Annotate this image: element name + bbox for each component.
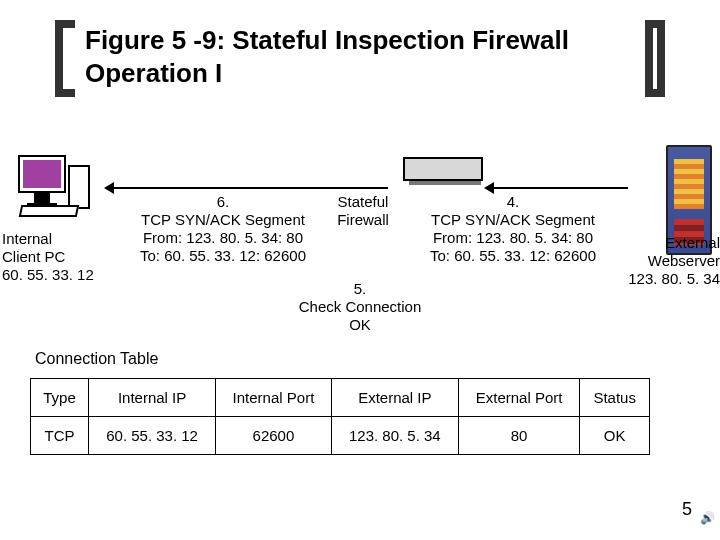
firewall-label: Stateful Firewall [323,193,403,229]
speaker-icon [700,508,714,522]
slide-title: Figure 5 -9: Stateful Inspection Firewal… [55,20,665,97]
col-type: Type [31,379,89,417]
seg6-l1: TCP SYN/ACK Segment [123,211,323,229]
seg4-l3: To: 60. 55. 33. 12: 62600 [408,247,618,265]
seg6-num: 6. [123,193,323,211]
seg6-l2: From: 123. 80. 5. 34: 80 [123,229,323,247]
col-external-port: External Port [458,379,579,417]
step-5-label: 5. Check Connection OK [0,280,720,334]
bracket-left-icon [55,20,75,97]
seg6-l3: To: 60. 55. 33. 12: 62600 [123,247,323,265]
arrow-left-icon [488,187,628,189]
connection-table: Type Internal IP Internal Port External … [30,378,650,455]
seg4-l2: From: 123. 80. 5. 34: 80 [408,229,618,247]
connection-table-label: Connection Table [35,350,158,368]
client-pc-icon [18,155,66,207]
col-status: Status [580,379,650,417]
col-external-ip: External IP [331,379,458,417]
segment-6-label: 6. TCP SYN/ACK Segment From: 123. 80. 5.… [123,193,323,265]
bracket-right-icon [645,20,665,97]
col-internal-port: Internal Port [216,379,332,417]
firewall-icon [403,157,483,181]
title-text: Figure 5 -9: Stateful Inspection Firewal… [75,20,645,97]
arrow-left-icon [108,187,388,189]
segment-4-label: 4. TCP SYN/ACK Segment From: 123. 80. 5.… [408,193,618,265]
seg4-num: 4. [408,193,618,211]
table-row: TCP 60. 55. 33. 12 62600 123. 80. 5. 34 … [31,417,650,455]
client-pc-label: Internal Client PC 60. 55. 33. 12 [2,230,112,284]
table-header-row: Type Internal IP Internal Port External … [31,379,650,417]
seg4-l1: TCP SYN/ACK Segment [408,211,618,229]
page-number: 5 [682,499,692,520]
col-internal-ip: Internal IP [88,379,215,417]
